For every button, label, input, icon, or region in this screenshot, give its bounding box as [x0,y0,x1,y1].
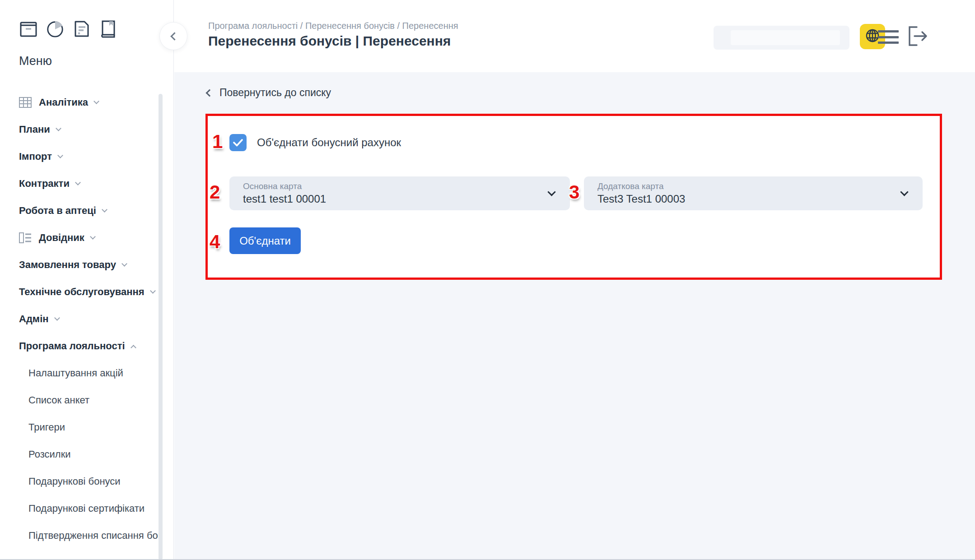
sidebar-item-loyalty-program[interactable]: Програма лояльності [0,333,174,360]
table-grid-icon [19,97,33,108]
sidebar-item-label: Робота в аптеці [19,205,96,217]
primary-card-value: test1 test1 00001 [243,193,326,205]
sidebar-item-label: Імпорт [19,151,52,162]
chevron-down-icon [56,125,61,131]
chevron-down-icon [57,153,63,158]
annotated-form-region: 1 Об'єднати бонусний рахунок 2 Основна к… [205,114,942,280]
chevron-down-icon [150,288,156,294]
sidebar-subitem-gift-certificates[interactable]: Подарункові сертифікати [0,495,163,522]
chevron-down-icon [900,188,908,196]
page-title: Перенесення бонусів | Перенесення [208,33,451,49]
sidebar-subitem-mailings[interactable]: Розсилки [0,441,163,468]
chevron-down-icon [75,180,81,185]
archive-box-icon[interactable] [19,19,38,39]
chevron-left-icon [206,89,214,97]
main-content: Повернутись до списку 1 Об'єднати бонусн… [174,72,975,560]
sidebar-collapse-button[interactable] [159,22,187,50]
hamburger-menu-icon[interactable] [878,30,899,44]
page: Меню Аналітика Плани Імпорт Контракти [0,0,975,560]
sidebar-item-label: Плани [19,124,50,135]
annotation-3: 3 [569,181,579,203]
sidebar-subitem-bonus-writeoff-confirm[interactable]: Підтвердження списання бону… [0,522,163,549]
annotation-4: 4 [210,231,220,253]
sidebar-item-label: Контракти [19,178,70,190]
sidebar-item-analytics[interactable]: Аналітика [0,89,174,116]
document-icon[interactable] [72,19,91,39]
primary-card-select[interactable]: Основна карта test1 test1 00001 [229,176,570,210]
sidebar-item-label: Замовлення товару [19,259,116,271]
search-input[interactable] [714,26,849,50]
chevron-down-icon [547,188,555,196]
merge-checkbox-row: Об'єднати бонусний рахунок [229,134,401,151]
sidebar-item-admin[interactable]: Адмін [0,305,174,333]
sidebar-item-label: Адмін [19,313,49,325]
chevron-down-icon [102,207,107,213]
sidebar-item-directory[interactable]: Довідник [0,224,174,251]
book-icon[interactable] [99,19,118,39]
merge-checkbox-label: Об'єднати бонусний рахунок [257,136,401,149]
sidebar-item-contracts[interactable]: Контракти [0,170,174,197]
back-link-label: Повернутись до списку [219,87,331,99]
logout-icon[interactable] [906,23,930,49]
primary-card-label: Основна карта [243,181,302,191]
sidebar-menu-title: Меню [19,54,52,68]
sidebar-item-import[interactable]: Імпорт [0,143,174,170]
sidebar-item-maintenance[interactable]: Технічне обслуговування [0,278,174,305]
chevron-down-icon [54,315,60,321]
sidebar-top-icons [19,19,118,39]
sidebar-subitem-triggers[interactable]: Тригери [0,414,163,441]
sidebar-item-goods-order[interactable]: Замовлення товару [0,251,174,278]
pie-chart-icon[interactable] [46,19,65,39]
sidebar-item-label: Програма лояльності [19,340,125,352]
sidebar-menu-list: Аналітика Плани Імпорт Контракти Робота … [0,89,174,549]
sidebar-subitem-gift-bonuses[interactable]: Подарункові бонуси [0,468,163,495]
list-rows-icon [19,232,33,243]
sidebar-subitem-promo-settings[interactable]: Налаштування акцій [0,360,163,387]
chevron-left-icon [170,32,178,40]
chevron-down-icon [90,234,96,240]
sidebar-item-label: Аналітика [39,97,88,108]
annotation-2: 2 [210,181,220,203]
back-to-list-link[interactable]: Повернутись до списку [207,87,331,99]
chevron-down-icon [93,98,99,104]
secondary-card-value: Test3 Test1 00003 [597,193,685,205]
sidebar-item-label: Технічне обслуговування [19,286,145,298]
secondary-card-label: Додаткова карта [597,181,664,191]
sidebar-scrollbar[interactable] [159,94,163,560]
sidebar-item-plans[interactable]: Плани [0,116,174,143]
secondary-card-select[interactable]: Додаткова карта Test3 Test1 00003 [584,176,923,210]
merge-bonus-checkbox[interactable] [229,134,247,151]
chevron-down-icon [121,261,127,267]
checkmark-icon [233,139,243,147]
chevron-up-icon [131,345,136,351]
header: Програма лояльності / Перенесення бонусі… [174,0,975,72]
annotation-1: 1 [212,131,223,153]
sidebar: Меню Аналітика Плани Імпорт Контракти [0,0,174,560]
merge-button[interactable]: Об'єднати [229,227,301,254]
sidebar-item-pharmacy-work[interactable]: Робота в аптеці [0,197,174,224]
sidebar-subitem-questionnaire-list[interactable]: Список анкет [0,387,163,414]
sidebar-item-label: Довідник [39,232,84,244]
breadcrumb: Програма лояльності / Перенесення бонусі… [208,21,458,31]
